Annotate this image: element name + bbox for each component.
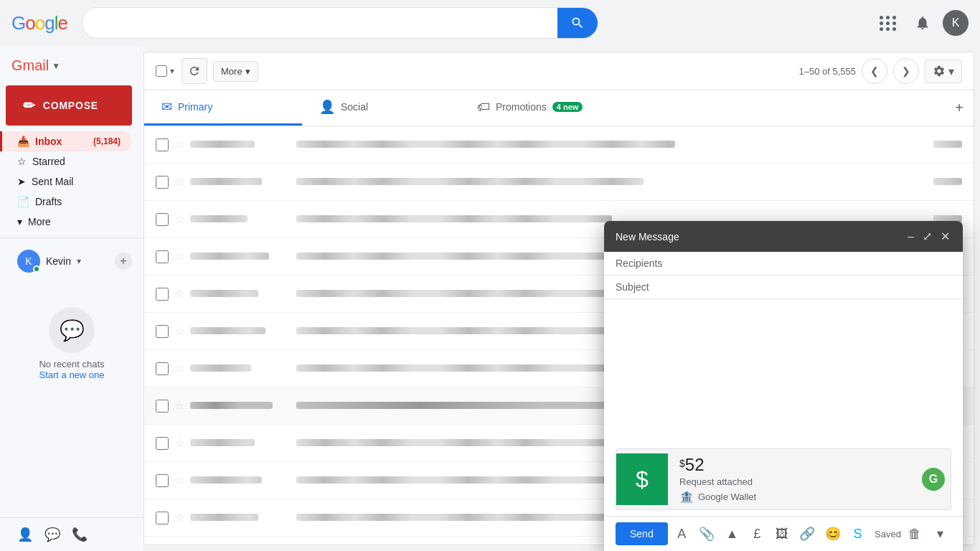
row-checkbox[interactable] — [156, 288, 169, 301]
people-icon[interactable]: 👤 — [17, 527, 33, 542]
row-checkbox[interactable] — [156, 512, 169, 524]
compose-button[interactable]: ✏ COMPOSE — [6, 85, 132, 126]
row-checkbox[interactable] — [156, 213, 169, 226]
gmail-label[interactable]: Gmail ▼ — [0, 52, 143, 80]
row-star-icon[interactable]: ☆ — [174, 287, 184, 301]
row-star-icon[interactable]: ☆ — [174, 175, 184, 189]
compose-close-button[interactable]: ✕ — [939, 228, 951, 245]
settings-dropdown-icon: ▾ — [948, 65, 954, 78]
row-star-icon[interactable]: ☆ — [174, 436, 184, 450]
user-avatar: K — [17, 250, 40, 273]
select-dropdown-button[interactable]: ▾ — [169, 66, 176, 76]
phone-icon[interactable]: 📞 — [72, 527, 88, 542]
skype-button[interactable]: S — [847, 522, 869, 545]
row-checkbox[interactable] — [156, 400, 169, 413]
chat-icon[interactable]: 💬 — [44, 527, 60, 542]
delete-draft-button[interactable]: 🗑 — [904, 522, 926, 545]
user-section[interactable]: K Kevin ▾ + — [0, 244, 143, 278]
compose-minimize-button[interactable]: – — [906, 229, 915, 245]
row-star-icon[interactable]: ☆ — [174, 250, 184, 263]
more-dropdown-icon: ▾ — [245, 66, 250, 77]
saved-label: Saved — [875, 529, 901, 540]
header: Google K — [0, 0, 980, 46]
row-star-icon[interactable]: ☆ — [174, 362, 184, 375]
account-avatar[interactable]: K — [943, 10, 969, 36]
chat-bubble-icon: 💬 — [49, 307, 95, 353]
next-page-button[interactable]: ❯ — [893, 58, 919, 84]
sidebar-item-starred[interactable]: ☆ Starred — [0, 151, 132, 171]
prev-page-button[interactable]: ❮ — [862, 58, 887, 84]
tab-promotions[interactable]: 🏷 Promotions 4 new — [460, 90, 618, 126]
sidebar-item-drafts[interactable]: 📄 Drafts — [0, 192, 132, 212]
sidebar-item-more[interactable]: ▾ More — [0, 212, 132, 232]
tabs: ✉ Primary 👤 Social 🏷 Promotions 4 new + — [144, 90, 974, 126]
more-button[interactable]: More ▾ — [213, 61, 258, 82]
wallet-logo-icon: 🏦 — [679, 490, 694, 504]
inbox-icon: 📥 — [17, 136, 29, 147]
sidebar: Gmail ▼ ✏ COMPOSE 📥 Inbox (5,184) ☆ Star… — [0, 46, 143, 551]
wallet-amount: $52 — [679, 455, 910, 475]
currency-button[interactable]: £ — [746, 522, 768, 545]
format-text-button[interactable]: A — [671, 522, 693, 545]
google-circle-button[interactable]: G — [922, 468, 945, 491]
row-star-icon[interactable]: ☆ — [174, 324, 184, 338]
star-icon: ☆ — [17, 156, 27, 167]
social-tab-icon: 👤 — [319, 99, 335, 115]
row-star-icon[interactable]: ☆ — [174, 212, 184, 226]
email-row[interactable]: ☆ — [144, 164, 974, 201]
row-checkbox[interactable] — [156, 474, 169, 487]
page-info: 1–50 of 5,555 — [798, 66, 856, 77]
sidebar-item-inbox[interactable]: 📥 Inbox (5,184) — [0, 131, 132, 151]
row-star-icon[interactable]: ☆ — [174, 399, 184, 413]
row-star-icon[interactable]: ☆ — [174, 474, 184, 487]
row-checkbox[interactable] — [156, 176, 169, 189]
row-checkbox[interactable] — [156, 437, 169, 450]
wallet-card: $ $52 Request attached 🏦 Google Wallet G — [616, 448, 951, 510]
more-chevron-icon: ▾ — [17, 216, 22, 227]
sidebar-nav: 📥 Inbox (5,184) ☆ Starred ➤ Sent Mail 📄 … — [0, 131, 143, 232]
row-checkbox[interactable] — [156, 250, 169, 263]
select-all-checkbox[interactable] — [156, 65, 167, 77]
insert-link-button[interactable]: 🔗 — [796, 522, 819, 545]
compose-body[interactable] — [604, 299, 963, 443]
compose-subject-input[interactable] — [616, 281, 951, 293]
emoji-button[interactable]: 😊 — [821, 522, 844, 545]
insert-photo-button[interactable]: 🖼 — [771, 522, 793, 545]
chat-section: 💬 No recent chats Start a new one — [0, 290, 143, 397]
attach-file-button[interactable]: 📎 — [696, 522, 718, 545]
compose-subject-field[interactable] — [604, 276, 963, 299]
promotions-tab-icon: 🏷 — [477, 100, 490, 115]
search-input[interactable] — [83, 17, 557, 29]
row-checkbox[interactable] — [156, 362, 169, 375]
row-star-icon[interactable]: ☆ — [174, 138, 184, 151]
online-status-dot — [33, 265, 40, 273]
refresh-button[interactable] — [182, 58, 207, 84]
email-row[interactable]: ☆ — [144, 126, 974, 164]
select-all-wrapper: ▾ — [156, 65, 176, 77]
row-star-icon[interactable]: ☆ — [174, 511, 184, 524]
add-account-button[interactable]: + — [115, 253, 132, 270]
add-tab-button[interactable]: + — [945, 90, 974, 126]
more-options-button[interactable]: ▾ — [929, 522, 951, 545]
sidebar-bottom: 👤 💬 📞 — [0, 517, 143, 551]
row-checkbox[interactable] — [156, 325, 169, 338]
compose-recipients-input[interactable] — [616, 258, 951, 269]
compose-header[interactable]: New Message – ⤢ ✕ — [604, 221, 963, 252]
settings-button[interactable]: ▾ — [925, 60, 962, 83]
google-drive-button[interactable]: ▲ — [721, 522, 743, 545]
search-button[interactable] — [557, 7, 598, 39]
tab-primary[interactable]: ✉ Primary — [144, 90, 302, 126]
apps-button[interactable] — [874, 9, 903, 37]
primary-tab-icon: ✉ — [161, 99, 172, 115]
start-chat-link[interactable]: Start a new one — [39, 369, 104, 380]
sidebar-item-sent[interactable]: ➤ Sent Mail — [0, 171, 132, 192]
send-button[interactable]: Send — [616, 522, 668, 545]
compose-recipients-field[interactable] — [604, 252, 963, 276]
compose-maximize-button[interactable]: ⤢ — [921, 228, 933, 245]
row-checkbox[interactable] — [156, 138, 169, 151]
notifications-button[interactable] — [908, 9, 937, 37]
compose-window: New Message – ⤢ ✕ $ $52 Request attached… — [604, 221, 963, 551]
sent-icon: ➤ — [17, 176, 26, 187]
tab-social[interactable]: 👤 Social — [302, 90, 460, 126]
compose-footer: Send A 📎 ▲ £ 🖼 🔗 😊 S Saved 🗑 ▾ — [604, 516, 963, 551]
